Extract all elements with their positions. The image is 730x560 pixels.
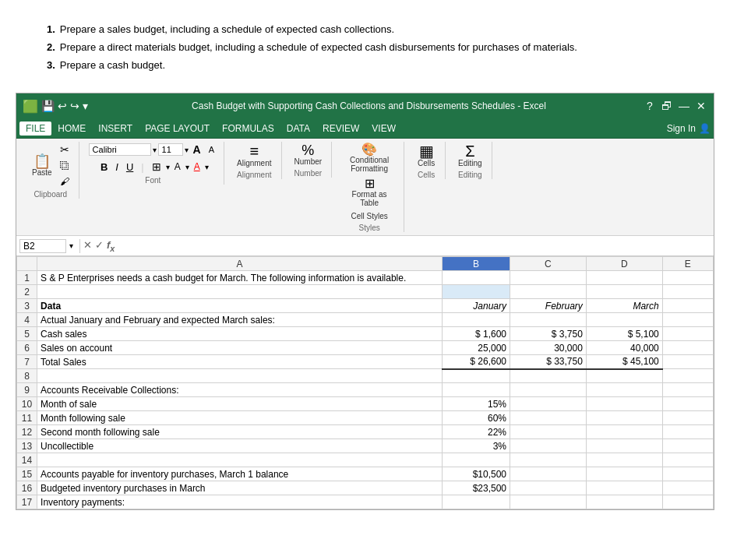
cell-b4[interactable]	[443, 313, 510, 327]
cell-e16[interactable]	[662, 481, 713, 495]
font-name-dropdown-icon[interactable]: ▾	[153, 146, 157, 154]
cell-d9[interactable]	[586, 383, 662, 397]
customize-icon[interactable]: ▾	[83, 100, 88, 112]
cell-b8[interactable]	[443, 369, 510, 383]
cell-c14[interactable]	[510, 453, 587, 467]
cell-a15[interactable]: Accounts payable for inventory purchases…	[37, 467, 443, 481]
cell-c13[interactable]	[510, 439, 587, 453]
cell-e7[interactable]	[662, 355, 713, 369]
italic-button[interactable]: I	[112, 160, 122, 174]
cell-c11[interactable]	[510, 411, 587, 425]
cell-c17[interactable]	[510, 495, 587, 509]
cell-c8[interactable]	[510, 369, 587, 383]
cell-e11[interactable]	[662, 411, 713, 425]
help-button[interactable]: ?	[644, 100, 656, 112]
cell-b14[interactable]	[443, 453, 510, 467]
cell-e5[interactable]	[662, 327, 713, 341]
undo-icon[interactable]: ↩	[58, 100, 67, 112]
minimize-button[interactable]: —	[678, 100, 690, 112]
cell-c4[interactable]	[510, 313, 587, 327]
save-icon[interactable]: 💾	[41, 100, 55, 112]
cell-d6[interactable]: 40,000	[586, 341, 662, 355]
cut-button[interactable]: ✂	[57, 142, 72, 157]
cell-a10[interactable]: Month of sale	[37, 397, 443, 411]
cell-e3[interactable]	[662, 299, 713, 313]
cell-a13[interactable]: Uncollectible	[37, 439, 443, 453]
cell-ref-dropdown[interactable]: ▾	[69, 241, 73, 250]
close-button[interactable]: ✕	[695, 100, 707, 112]
sign-in[interactable]: Sign In 👤	[667, 123, 711, 134]
alignment-button[interactable]: ≡ Alignment	[234, 142, 274, 169]
cells-button[interactable]: ▦ Cells	[414, 142, 439, 169]
cell-e13[interactable]	[662, 439, 713, 453]
col-header-d[interactable]: D	[586, 257, 662, 271]
fill-dropdown[interactable]: ▾	[185, 163, 189, 171]
menu-formulas[interactable]: FORMULAS	[216, 122, 280, 136]
paste-button[interactable]: 📋 Paste	[29, 153, 55, 178]
cell-e1[interactable]	[662, 271, 713, 285]
menu-home[interactable]: HOME	[51, 122, 92, 136]
cell-d10[interactable]	[586, 397, 662, 411]
cell-b1[interactable]	[443, 271, 510, 285]
cell-a11[interactable]: Month following sale	[37, 411, 443, 425]
cell-reference-input[interactable]	[19, 239, 66, 253]
cell-b16[interactable]: $23,500	[443, 481, 510, 495]
redo-icon[interactable]: ↪	[70, 100, 79, 112]
cell-e15[interactable]	[662, 467, 713, 481]
cell-c2[interactable]	[510, 285, 587, 299]
cell-b11[interactable]: 60%	[443, 411, 510, 425]
cell-b2[interactable]	[443, 285, 510, 299]
cell-d12[interactable]	[586, 425, 662, 439]
copy-button[interactable]: ⿻	[57, 159, 72, 173]
cell-e17[interactable]	[662, 495, 713, 509]
cell-c12[interactable]	[510, 425, 587, 439]
cell-b9[interactable]	[443, 383, 510, 397]
cell-a4[interactable]: Actual January and February and expected…	[37, 313, 443, 327]
cell-d3[interactable]: March	[586, 299, 662, 313]
font-color-dropdown[interactable]: ▾	[205, 163, 209, 171]
cell-a2[interactable]	[37, 285, 443, 299]
cell-a16[interactable]: Budgeted inventory purchases in March	[37, 481, 443, 495]
font-name-input[interactable]	[89, 143, 151, 156]
fill-color-button[interactable]: A	[171, 160, 184, 174]
restore-button[interactable]: 🗗	[661, 100, 673, 112]
cell-e10[interactable]	[662, 397, 713, 411]
cell-b15[interactable]: $10,500	[443, 467, 510, 481]
cell-a8[interactable]	[37, 369, 443, 383]
cell-b17[interactable]	[443, 495, 510, 509]
cell-d5[interactable]: $ 5,100	[586, 327, 662, 341]
cell-e6[interactable]	[662, 341, 713, 355]
col-header-e[interactable]: E	[662, 257, 713, 271]
cell-a17[interactable]: Inventory payments:	[37, 495, 443, 509]
cell-b10[interactable]: 15%	[443, 397, 510, 411]
menu-view[interactable]: VIEW	[365, 122, 402, 136]
col-header-b[interactable]: B	[443, 257, 510, 271]
menu-data[interactable]: DATA	[280, 122, 316, 136]
cell-d1[interactable]	[586, 271, 662, 285]
cell-b3[interactable]: January	[443, 299, 510, 313]
menu-insert[interactable]: INSERT	[92, 122, 139, 136]
menu-file[interactable]: FILE	[19, 122, 51, 136]
cell-a12[interactable]: Second month following sale	[37, 425, 443, 439]
cell-c7[interactable]: $ 33,750	[510, 355, 587, 369]
cell-d8[interactable]	[586, 369, 662, 383]
insert-function-icon[interactable]: fx	[107, 239, 115, 253]
conditional-formatting-button[interactable]: 🎨 Conditional Formatting	[341, 142, 397, 174]
col-header-c[interactable]: C	[510, 257, 587, 271]
bold-button[interactable]: B	[97, 160, 111, 174]
cell-a5[interactable]: Cash sales	[37, 327, 443, 341]
cell-c6[interactable]: 30,000	[510, 341, 587, 355]
number-button[interactable]: % Number	[291, 142, 326, 167]
confirm-formula-icon[interactable]: ✓	[95, 239, 104, 253]
cell-c15[interactable]	[510, 467, 587, 481]
cell-e4[interactable]	[662, 313, 713, 327]
cell-b7[interactable]: $ 26,600	[443, 355, 510, 369]
cell-b5[interactable]: $ 1,600	[443, 327, 510, 341]
cell-d16[interactable]	[586, 481, 662, 495]
format-painter-button[interactable]: 🖌	[57, 174, 72, 188]
font-size-dropdown-icon[interactable]: ▾	[185, 146, 189, 154]
cell-d11[interactable]	[586, 411, 662, 425]
menu-page-layout[interactable]: PAGE LAYOUT	[139, 122, 216, 136]
cell-a1[interactable]: S & P Enterprises needs a cash budget fo…	[37, 271, 443, 285]
font-color-button[interactable]: A	[191, 160, 203, 174]
